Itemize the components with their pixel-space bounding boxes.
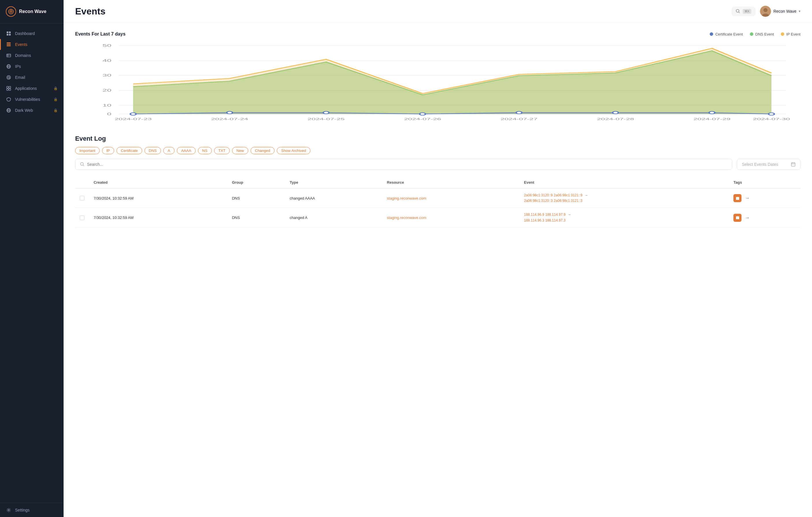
filter-certificate[interactable]: Certificate (116, 147, 142, 154)
settings-icon (6, 508, 11, 512)
user-menu[interactable]: Recon Wave ▾ (760, 6, 801, 17)
sidebar-item-settings[interactable]: Settings (6, 508, 58, 512)
row-actions: → (729, 188, 801, 208)
sidebar-item-dashboard[interactable]: Dashboard (0, 28, 64, 39)
svg-rect-3 (7, 31, 8, 33)
chart-section: Events For Last 7 days Certificate Event… (75, 31, 801, 123)
svg-rect-68 (736, 197, 739, 200)
page-header: Events ⌘K Recon Wave ▾ (64, 0, 812, 23)
cert-label: Certificate Event (715, 32, 743, 36)
svg-text:50: 50 (103, 43, 112, 48)
filter-show-archived[interactable]: Show Archived (277, 147, 310, 154)
svg-point-59 (613, 112, 618, 114)
filter-dns[interactable]: DNS (144, 147, 161, 154)
sidebar-item-vulnerabilities[interactable]: Vulnerabilities 🔒 (0, 94, 64, 105)
table-header: Created Group Type Resource Event Tags (75, 177, 801, 188)
svg-rect-4 (9, 31, 11, 33)
col-resource: Resource (382, 177, 520, 188)
row-checkbox[interactable] (80, 196, 84, 201)
svg-rect-21 (9, 89, 11, 90)
date-picker-button[interactable]: Select Events Dates (737, 159, 801, 170)
filter-important[interactable]: Important (75, 147, 100, 154)
email-icon (6, 75, 11, 80)
app-name: Recon Wave (19, 9, 47, 14)
svg-text:0: 0 (107, 112, 111, 116)
row-type: changed A (285, 208, 382, 227)
sidebar-item-darkweb[interactable]: Dark Web 🔒 (0, 105, 64, 116)
svg-text:2024-07-28: 2024-07-28 (597, 118, 634, 121)
event-table: Created Group Type Resource Event Tags 7… (75, 177, 801, 227)
svg-rect-6 (9, 34, 11, 35)
action-icons: → (733, 214, 796, 222)
svg-point-25 (8, 510, 9, 511)
applications-icon (6, 86, 11, 91)
row-created: 7/30/2024, 10:32:59 AM (89, 208, 227, 227)
sidebar-item-domains[interactable]: Domains (0, 50, 64, 61)
chart-header: Events For Last 7 days Certificate Event… (75, 31, 801, 37)
table-row: 7/30/2024, 10:32:59 AM DNS changed AAAA … (75, 188, 801, 208)
svg-point-60 (709, 112, 715, 114)
svg-line-63 (83, 165, 84, 166)
legend-dns: DNS Event (750, 32, 774, 36)
navigate-button[interactable]: → (745, 195, 750, 201)
search-button[interactable]: ⌘K (732, 7, 755, 16)
col-event: Event (519, 177, 729, 188)
dashboard-icon (6, 31, 11, 36)
resource-link[interactable]: staging.reconwave.com (387, 215, 427, 220)
archive-button[interactable] (733, 214, 742, 222)
event-log-section: Event Log Important IP Certificate DNS A… (75, 135, 801, 227)
filter-txt[interactable]: TXT (214, 147, 230, 154)
filter-changed[interactable]: Changed (251, 147, 274, 154)
sidebar-item-label: Dark Web (15, 108, 50, 113)
search-input[interactable] (87, 162, 727, 166)
lock-icon: 🔒 (54, 86, 58, 90)
sidebar-item-applications[interactable]: Applications 🔒 (0, 83, 64, 94)
row-checkbox[interactable] (80, 215, 84, 220)
svg-text:40: 40 (103, 59, 112, 62)
table-row: 7/30/2024, 10:32:59 AM DNS changed A sta… (75, 208, 801, 227)
sidebar-item-ips[interactable]: IPs (0, 61, 64, 72)
svg-point-54 (130, 113, 136, 115)
sidebar-item-label: Vulnerabilities (15, 97, 50, 102)
cmd-shortcut: ⌘K (743, 9, 751, 14)
svg-text:2024-07-25: 2024-07-25 (308, 118, 344, 121)
svg-text:2024-07-27: 2024-07-27 (500, 118, 538, 121)
search-box[interactable] (75, 159, 732, 170)
sidebar-item-label: Dashboard (15, 31, 58, 36)
row-checkbox-cell (75, 208, 89, 227)
col-group: Group (227, 177, 285, 188)
filter-new[interactable]: New (232, 147, 248, 154)
chart-svg: 50 40 30 20 10 0 2024-07-23 2024-07-24 2… (75, 42, 801, 123)
filter-ns[interactable]: NS (198, 147, 212, 154)
main-content: Events ⌘K Recon Wave ▾ (64, 0, 812, 517)
navigate-button[interactable]: → (745, 215, 750, 220)
lock-icon: 🔒 (54, 97, 58, 101)
svg-point-1 (10, 11, 12, 12)
sidebar-item-email[interactable]: Email (0, 72, 64, 83)
filter-ip[interactable]: IP (102, 147, 114, 154)
chevron-down-icon: ▾ (799, 9, 801, 13)
event-addresses: 2a06:98c1:3120::9 2a06:98c1:3121::9 → 2a… (524, 193, 724, 204)
svg-point-56 (323, 112, 329, 114)
row-checkbox-cell (75, 188, 89, 208)
ip-dot (781, 32, 784, 36)
svg-text:2024-07-23: 2024-07-23 (115, 118, 152, 121)
event-table-body: 7/30/2024, 10:32:59 AM DNS changed AAAA … (75, 188, 801, 227)
filter-aaaa[interactable]: AAAA (177, 147, 196, 154)
event-addresses: 188.114.96.9 188.114.97.9 → 188.114.96.3… (524, 212, 724, 223)
row-group: DNS (227, 208, 285, 227)
row-actions: → (729, 208, 801, 227)
row-event: 2a06:98c1:3120::9 2a06:98c1:3121::9 → 2a… (519, 188, 729, 208)
logo-area[interactable]: Recon Wave (0, 0, 64, 23)
search-icon (80, 162, 85, 166)
svg-text:20: 20 (103, 89, 112, 92)
avatar (760, 6, 771, 17)
filter-a[interactable]: A (163, 147, 175, 154)
event-log-title: Event Log (75, 135, 801, 142)
archive-button[interactable] (733, 194, 742, 202)
sidebar-item-events[interactable]: Events (0, 39, 64, 50)
resource-link[interactable]: staging.reconwave.com (387, 196, 427, 201)
sidebar-footer: Settings (0, 503, 64, 517)
row-resource: staging.reconwave.com (382, 208, 520, 227)
sidebar-item-label: Events (15, 42, 58, 47)
